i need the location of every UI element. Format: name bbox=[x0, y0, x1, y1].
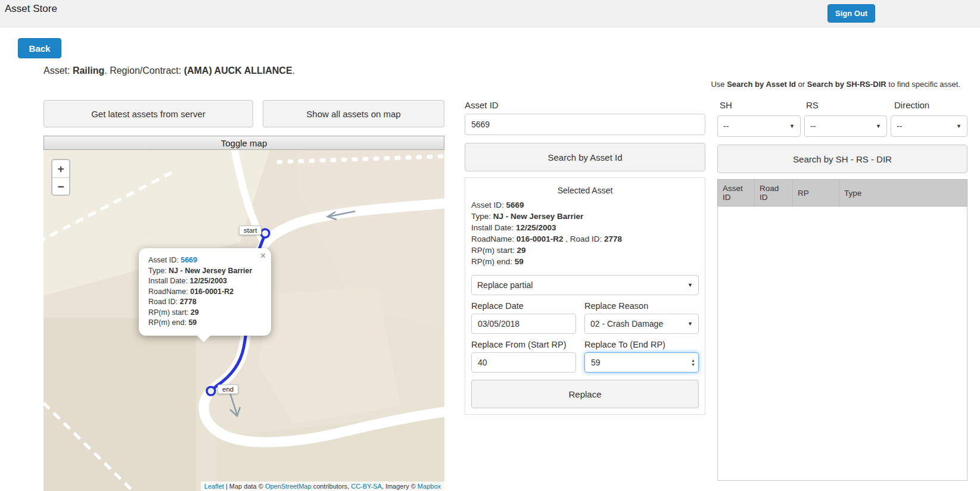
replace-date-field: Replace Date bbox=[471, 301, 576, 334]
region-label: . Region/Contract: bbox=[104, 65, 183, 76]
replace-to-field: Replace To (End RP) ▲▼ bbox=[584, 340, 699, 373]
selected-rpend-label: RP(m) end: bbox=[471, 257, 515, 266]
replace-button[interactable]: Replace bbox=[471, 380, 699, 408]
get-latest-assets-button[interactable]: Get latest assets from server bbox=[43, 100, 253, 127]
results-table: Asset ID Road ID RP Type bbox=[717, 179, 967, 481]
start-marker-icon[interactable] bbox=[261, 229, 269, 237]
results-table-body bbox=[717, 207, 967, 481]
popup-roadid-label: Road ID: bbox=[148, 298, 180, 306]
map-popup: × Asset ID: 5669 Type: NJ - New Jersey B… bbox=[139, 248, 271, 336]
replace-from-label: Replace From (Start RP) bbox=[471, 340, 576, 349]
selected-roadid-value: 2778 bbox=[604, 234, 622, 243]
selected-type-line: Type: NJ - New Jersey Barrier bbox=[471, 211, 699, 222]
sign-out-button[interactable]: Sign Out bbox=[827, 4, 875, 23]
asset-id-label: Asset ID bbox=[465, 100, 705, 110]
license-link[interactable]: CC-BY-SA bbox=[351, 483, 382, 490]
col-header-rp: RP bbox=[793, 180, 839, 206]
selected-type-value: NJ - New Jersey Barrier bbox=[493, 212, 584, 221]
popup-rpend-label: RP(m) end: bbox=[148, 318, 188, 327]
hint-suffix: to find specific asset. bbox=[886, 80, 960, 89]
popup-roadid-value: 2778 bbox=[180, 298, 197, 306]
popup-roadname-value: 016-0001-R2 bbox=[190, 287, 234, 296]
popup-rpend-line: RP(m) end: 59 bbox=[148, 318, 263, 329]
selected-asset-id-line: Asset ID: 5669 bbox=[471, 199, 699, 211]
sh-select[interactable]: -- ▼ bbox=[717, 115, 801, 137]
asset-id-input[interactable] bbox=[465, 114, 705, 135]
sh-label: SH bbox=[720, 100, 732, 110]
selected-rpend-line: RP(m) end: 59 bbox=[471, 256, 699, 267]
chevron-down-icon: ▼ bbox=[687, 321, 693, 327]
popup-close-icon[interactable]: × bbox=[260, 251, 266, 261]
rs-select[interactable]: -- ▼ bbox=[804, 115, 887, 137]
map-panel: Get latest assets from server Show all a… bbox=[43, 100, 444, 491]
replace-date-input[interactable] bbox=[471, 314, 576, 334]
end-marker-label: end bbox=[217, 384, 238, 394]
popup-tail bbox=[197, 335, 211, 342]
replace-to-label: Replace To (End RP) bbox=[584, 340, 699, 349]
selected-asset-panel: Selected Asset Asset ID: 5669 Type: NJ -… bbox=[465, 177, 705, 415]
replace-date-reason-row: Replace Date Replace Reason 02 - Crash D… bbox=[471, 301, 699, 334]
popup-asset-id-link[interactable]: 5669 bbox=[181, 256, 197, 264]
show-all-assets-button[interactable]: Show all assets on map bbox=[263, 100, 444, 127]
search-by-asset-id-button[interactable]: Search by Asset Id bbox=[465, 143, 705, 171]
search-by-sh-rs-dir-button[interactable]: Search by SH - RS - DIR bbox=[717, 145, 967, 173]
end-marker-icon[interactable] bbox=[207, 387, 215, 395]
map[interactable]: + − start end × Asset ID: 5669 Type: NJ … bbox=[43, 150, 444, 491]
popup-type-label: Type: bbox=[148, 267, 169, 275]
replace-reason-field: Replace Reason 02 - Crash Damage ▼ bbox=[584, 301, 699, 334]
toggle-map-button[interactable]: Toggle map bbox=[43, 136, 444, 150]
selected-install-line: Install Date: 12/25/2003 bbox=[471, 222, 699, 233]
selected-install-value: 12/25/2003 bbox=[516, 223, 556, 232]
replace-mode-select[interactable]: Replace partial ▼ bbox=[471, 275, 699, 295]
replace-to-input[interactable] bbox=[584, 352, 699, 373]
openstreetmap-link[interactable]: OpenStreetMap bbox=[265, 483, 312, 490]
back-button[interactable]: Back bbox=[18, 38, 61, 58]
leaflet-link[interactable]: Leaflet bbox=[204, 483, 224, 490]
replace-reason-value: 02 - Crash Damage bbox=[590, 319, 663, 329]
map-attribution: Leaflet | Map data © OpenStreetMap contr… bbox=[201, 481, 444, 491]
results-table-header: Asset ID Road ID RP Type bbox=[717, 179, 967, 207]
search-hint: Use Search by Asset Id or Search by SH-R… bbox=[711, 80, 960, 89]
asset-label: Asset: bbox=[43, 65, 73, 76]
hint-prefix: Use bbox=[711, 80, 727, 89]
zoom-in-button[interactable]: + bbox=[52, 160, 69, 177]
replace-reason-select[interactable]: 02 - Crash Damage ▼ bbox=[584, 314, 699, 334]
zoom-out-button[interactable]: − bbox=[52, 177, 69, 195]
replace-from-field: Replace From (Start RP) bbox=[471, 340, 576, 373]
direction-label: Direction bbox=[894, 100, 929, 110]
direction-select[interactable]: -- ▼ bbox=[891, 115, 967, 137]
popup-roadname-label: RoadName: bbox=[148, 287, 190, 296]
replace-range-row: Replace From (Start RP) Replace To (End … bbox=[471, 340, 699, 373]
col-header-type: Type bbox=[839, 180, 967, 206]
selected-install-label: Install Date: bbox=[471, 223, 516, 232]
selected-road-line: RoadName: 016-0001-R2 , Road ID: 2778 bbox=[471, 233, 699, 245]
col-header-asset-id: Asset ID bbox=[718, 180, 755, 206]
context-suffix: . bbox=[293, 65, 295, 76]
sh-select-value: -- bbox=[723, 121, 729, 131]
popup-rpstart-label: RP(m) start: bbox=[148, 308, 191, 317]
popup-type-line: Type: NJ - New Jersey Barrier bbox=[148, 266, 263, 277]
attribution-sep1: | Map data © bbox=[224, 483, 265, 490]
start-marker-label: start bbox=[239, 226, 262, 235]
popup-install-value: 12/25/2003 bbox=[189, 277, 227, 285]
selected-rpend-value: 59 bbox=[515, 257, 524, 266]
selected-asset-title: Selected Asset bbox=[471, 186, 699, 195]
app-title: Asset Store bbox=[5, 3, 57, 15]
popup-asset-id-label: Asset ID: bbox=[148, 256, 181, 264]
replace-date-label: Replace Date bbox=[471, 301, 576, 311]
asset-search-panel: Asset ID Search by Asset Id Selected Ass… bbox=[465, 100, 705, 415]
selected-asset-id-label: Asset ID: bbox=[471, 201, 506, 209]
popup-type-value: NJ - New Jersey Barrier bbox=[169, 267, 252, 275]
mapbox-link[interactable]: Mapbox bbox=[418, 483, 441, 490]
replace-from-input[interactable] bbox=[471, 352, 576, 373]
chevron-down-icon: ▼ bbox=[956, 123, 962, 129]
asset-store-page: Asset Store Sign Out Back Asset: Railing… bbox=[0, 0, 980, 491]
rs-select-value: -- bbox=[810, 121, 816, 131]
number-spinner-icon[interactable]: ▲▼ bbox=[691, 358, 695, 367]
hint-asset-search: Search by Asset Id bbox=[727, 80, 796, 89]
selected-roadname-label: RoadName: bbox=[471, 234, 517, 243]
rs-label: RS bbox=[806, 100, 819, 110]
chevron-down-icon: ▼ bbox=[687, 282, 693, 288]
popup-rpend-value: 59 bbox=[188, 318, 197, 327]
map-zoom-control: + − bbox=[51, 159, 70, 196]
